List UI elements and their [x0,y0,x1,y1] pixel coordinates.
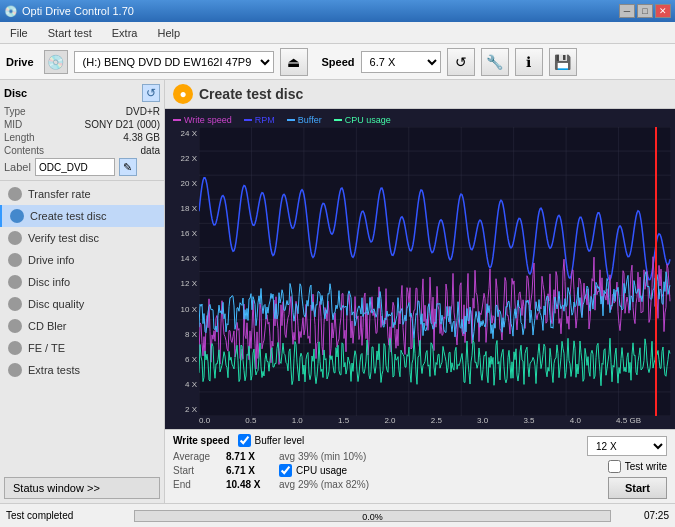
start-button[interactable]: Start [608,477,667,499]
avg-extra: avg 39% (min 10%) [279,451,366,462]
x-axis: 0.0 0.5 1.0 1.5 2.0 2.5 3.0 3.5 4.0 4.5 … [169,416,671,425]
start-value: 6.71 X [226,465,271,476]
maximize-button[interactable]: □ [637,4,653,18]
menu-start-test[interactable]: Start test [42,25,98,41]
disc-mid-val: SONY D21 (000) [85,119,160,130]
app-icon: 💿 [4,5,18,18]
drive-info-icon [8,253,22,267]
nav-item-drive-info[interactable]: Drive info [0,249,164,271]
eject-button[interactable]: ⏏ [280,48,308,76]
nav-item-verify-test-disc[interactable]: Verify test disc [0,227,164,249]
nav-item-cd-bler[interactable]: CD Bler [0,315,164,337]
disc-type-key: Type [4,106,26,117]
minimize-button[interactable]: ─ [619,4,635,18]
avg-label: Average [173,451,218,462]
legend-rpm: RPM [244,115,275,125]
test-write-checkbox[interactable] [608,460,621,473]
drive-select[interactable]: (H:) BENQ DVD DD EW162I 47P9 [74,51,274,73]
refresh-button[interactable]: ↺ [447,48,475,76]
status-window-button[interactable]: Status window >> [4,477,160,499]
nav-item-extra-tests[interactable]: Extra tests [0,359,164,381]
content-icon: ● [173,84,193,104]
speed-dropdown[interactable]: 12 X [587,436,667,456]
drive-icon: 💿 [44,50,68,74]
legend-buffer: Buffer [287,115,322,125]
content-area: ● Create test disc Write speed RPM Buffe… [165,80,675,503]
end-extra: avg 29% (max 82%) [279,479,369,490]
disc-contents-val: data [141,145,160,156]
save-button[interactable]: 💾 [549,48,577,76]
status-bar: Test completed 0.0% 07:25 [0,503,675,527]
speed-label: Speed [322,56,355,68]
buffer-checkbox-label[interactable]: Buffer level [238,434,305,447]
end-label: End [173,479,218,490]
title-bar: 💿 Opti Drive Control 1.70 ─ □ ✕ [0,0,675,22]
drive-label: Drive [6,56,34,68]
disc-length-key: Length [4,132,35,143]
menu-extra[interactable]: Extra [106,25,144,41]
disc-info-icon [8,275,22,289]
buffer-checkbox[interactable] [238,434,251,447]
start-label: Start [173,465,218,476]
time-label: 07:25 [619,510,669,521]
disc-label-edit-button[interactable]: ✎ [119,158,137,176]
nav-item-disc-info[interactable]: Disc info [0,271,164,293]
nav-item-transfer-rate[interactable]: Transfer rate [0,183,164,205]
controls-area: Write speed Buffer level Average 8.71 X … [165,429,675,503]
menu-file[interactable]: File [4,25,34,41]
speed-select[interactable]: 6.7 X [361,51,441,73]
disc-section-title: Disc [4,87,27,99]
avg-value: 8.71 X [226,451,271,462]
sidebar: Disc ↺ Type DVD+R MID SONY D21 (000) Len… [0,80,165,503]
cpu-checkbox[interactable] [279,464,292,477]
transfer-rate-icon [8,187,22,201]
progress-label: 0.0% [362,512,383,522]
chart-container: Write speed RPM Buffer CPU usage [165,109,675,429]
disc-length-val: 4.38 GB [123,132,160,143]
disc-type-val: DVD+R [126,106,160,117]
disc-mid-key: MID [4,119,22,130]
chart-inner [199,127,671,416]
disc-quality-icon [8,297,22,311]
nav-item-fe-te[interactable]: FE / TE [0,337,164,359]
disc-label-key: Label [4,161,31,173]
extra-tests-icon [8,363,22,377]
settings-button[interactable]: 🔧 [481,48,509,76]
test-write-checkbox-label[interactable]: Test write [608,460,667,473]
disc-label-input[interactable] [35,158,115,176]
create-test-disc-icon [10,209,24,223]
write-speed-label: Write speed [173,435,230,446]
drive-bar: Drive 💿 (H:) BENQ DVD DD EW162I 47P9 ⏏ S… [0,44,675,80]
nav-item-disc-quality[interactable]: Disc quality [0,293,164,315]
fe-te-icon [8,341,22,355]
status-text: Test completed [6,510,126,521]
progress-bar: 0.0% [134,510,611,522]
y-axis: 24 X 22 X 20 X 18 X 16 X 14 X 12 X 10 X … [169,127,199,416]
close-button[interactable]: ✕ [655,4,671,18]
cpu-checkbox-label[interactable]: CPU usage [279,464,347,477]
verify-test-disc-icon [8,231,22,245]
menu-help[interactable]: Help [151,25,186,41]
content-title: Create test disc [199,86,303,102]
legend-write-speed: Write speed [173,115,232,125]
app-title: Opti Drive Control 1.70 [22,5,134,17]
end-value: 10.48 X [226,479,271,490]
info-button[interactable]: ℹ [515,48,543,76]
cd-bler-icon [8,319,22,333]
disc-contents-key: Contents [4,145,44,156]
legend-cpu-usage: CPU usage [334,115,391,125]
nav-item-create-test-disc[interactable]: Create test disc [0,205,164,227]
disc-refresh-button[interactable]: ↺ [142,84,160,102]
menu-bar: File Start test Extra Help [0,22,675,44]
